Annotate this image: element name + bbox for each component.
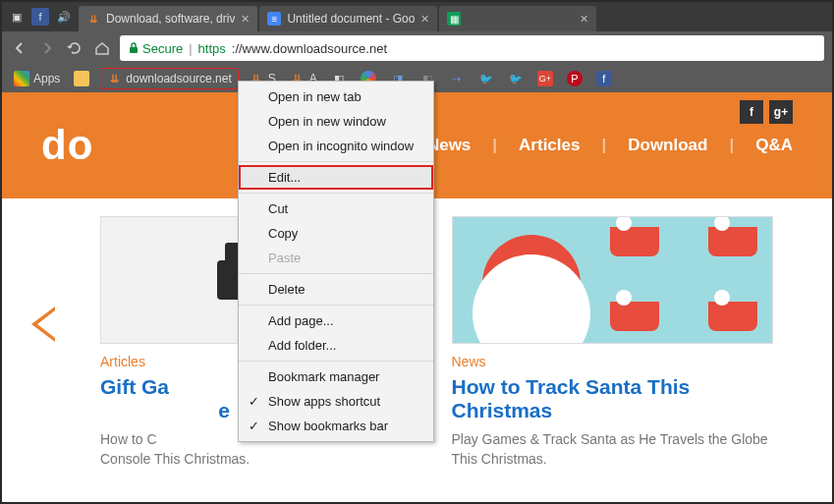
secure-label: Secure: [142, 41, 183, 56]
apps-label: Apps: [33, 72, 60, 85]
tab-1[interactable]: ≡ Untitled document - Goo ✕: [259, 6, 437, 31]
back-icon[interactable]: [10, 38, 29, 58]
bookmark-item[interactable]: P: [563, 68, 586, 89]
social-top: f g+: [740, 100, 793, 124]
googleplus-icon: G+: [537, 71, 553, 86]
bookmark-label: downloadsource.net: [126, 72, 231, 85]
top-nav: News| Articles| Download| Q&A: [427, 136, 793, 155]
lock-icon: Secure: [128, 41, 183, 56]
card-category[interactable]: News: [452, 354, 774, 369]
tab-title: Untitled document - Goo: [287, 12, 415, 26]
close-tab-icon[interactable]: ✕: [241, 13, 250, 26]
nav-download[interactable]: Download: [628, 136, 707, 155]
menu-edit[interactable]: Edit...: [239, 165, 433, 190]
twitter-icon: 🐦: [478, 71, 494, 86]
url-rest: ://www.downloadsource.net: [232, 41, 387, 56]
menu-copy[interactable]: Copy: [239, 221, 433, 246]
generic-icon: ⇢: [449, 71, 465, 86]
docs-favicon: ≡: [267, 12, 281, 26]
pinterest-icon: P: [567, 71, 583, 86]
menu-paste: Paste: [239, 246, 433, 270]
tab-0[interactable]: ⇊ Download, software, driv ✕: [79, 6, 257, 31]
nav-bar: Secure | https://www.downloadsource.net: [2, 31, 832, 65]
address-bar[interactable]: Secure | https://www.downloadsource.net: [120, 35, 824, 61]
volume-icon[interactable]: 🔊: [55, 8, 73, 26]
home-icon[interactable]: [92, 38, 112, 58]
tab-strip: ▣ f 🔊 ⇊ Download, software, driv ✕ ≡ Unt…: [2, 2, 832, 31]
menu-show-bookmarks[interactable]: Show bookmarks bar: [239, 414, 433, 438]
sheets-favicon: ▦: [447, 12, 461, 26]
apps-icon: [14, 71, 29, 86]
facebook-sysicon[interactable]: f: [31, 8, 49, 26]
googleplus-button[interactable]: g+: [769, 100, 793, 124]
bookmark-item[interactable]: 🐦: [504, 68, 528, 89]
nav-articles[interactable]: Articles: [519, 136, 580, 155]
card-title[interactable]: How to Track Santa This Christmas: [452, 375, 774, 422]
folder-icon: [74, 71, 89, 86]
card-desc: Play Games & Track Santa as He Travels t…: [452, 430, 774, 469]
collapse-icon[interactable]: ▣: [8, 8, 26, 26]
ds-icon: ⇊: [106, 71, 122, 86]
bookmark-item[interactable]: 🐦: [474, 68, 498, 89]
close-tab-icon[interactable]: ✕: [580, 13, 588, 26]
twitter-icon: 🐦: [508, 71, 524, 86]
santa-illustration: [453, 217, 773, 343]
menu-add-folder[interactable]: Add folder...: [239, 333, 433, 358]
bookmark-downloadsource[interactable]: ⇊ downloadsource.net: [99, 68, 238, 89]
url-separator: |: [189, 41, 192, 56]
facebook-button[interactable]: f: [740, 100, 763, 124]
nav-qa[interactable]: Q&A: [755, 136, 793, 155]
menu-show-apps[interactable]: Show apps shortcut: [239, 389, 433, 414]
svg-rect-0: [130, 47, 138, 53]
menu-bookmark-manager[interactable]: Bookmark manager: [239, 364, 433, 389]
card-thumb: [452, 216, 774, 344]
menu-add-page[interactable]: Add page...: [239, 308, 433, 333]
tab-title: Download, software, driv: [106, 12, 235, 26]
context-menu: Open in new tab Open in new window Open …: [238, 81, 434, 442]
bookmark-item[interactable]: f: [592, 68, 616, 89]
menu-open-incognito[interactable]: Open in incognito window: [239, 134, 433, 158]
ds-favicon: ⇊: [86, 12, 100, 26]
menu-open-new-tab[interactable]: Open in new tab: [239, 84, 433, 109]
apps-shortcut[interactable]: Apps: [10, 68, 64, 89]
bookmark-item[interactable]: G+: [533, 68, 557, 89]
forward-icon: [37, 38, 57, 58]
menu-open-new-window[interactable]: Open in new window: [239, 109, 433, 134]
reload-icon[interactable]: [65, 38, 84, 58]
close-tab-icon[interactable]: ✕: [420, 13, 429, 26]
facebook-icon: f: [596, 71, 612, 86]
menu-cut[interactable]: Cut: [239, 196, 433, 221]
site-logo[interactable]: do: [41, 122, 93, 169]
bookmark-folder[interactable]: [70, 68, 93, 89]
bookmark-item[interactable]: ⇢: [445, 68, 469, 89]
menu-delete[interactable]: Delete: [239, 277, 433, 302]
url-protocol: https: [198, 41, 226, 56]
tab-2[interactable]: ▦ ✕: [439, 6, 596, 31]
carousel-prev-icon[interactable]: [31, 307, 55, 342]
card-1[interactable]: News How to Track Santa This Christmas P…: [452, 216, 774, 469]
